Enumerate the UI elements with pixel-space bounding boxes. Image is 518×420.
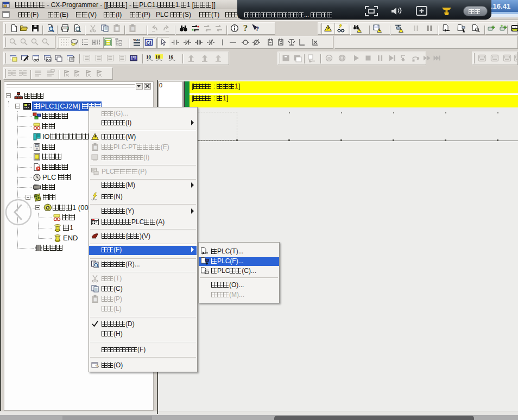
svg-text:16: 16 — [168, 54, 174, 60]
svg-text:0.2: 0.2 — [131, 58, 136, 61]
svg-text:SMA: SMA — [133, 39, 141, 42]
svg-text:10: 10 — [146, 54, 151, 60]
svg-text:CI: CI — [147, 40, 151, 46]
svg-text:?: ? — [243, 24, 248, 33]
svg-text:10: 10 — [155, 54, 161, 60]
svg-text:?: ? — [255, 26, 259, 32]
